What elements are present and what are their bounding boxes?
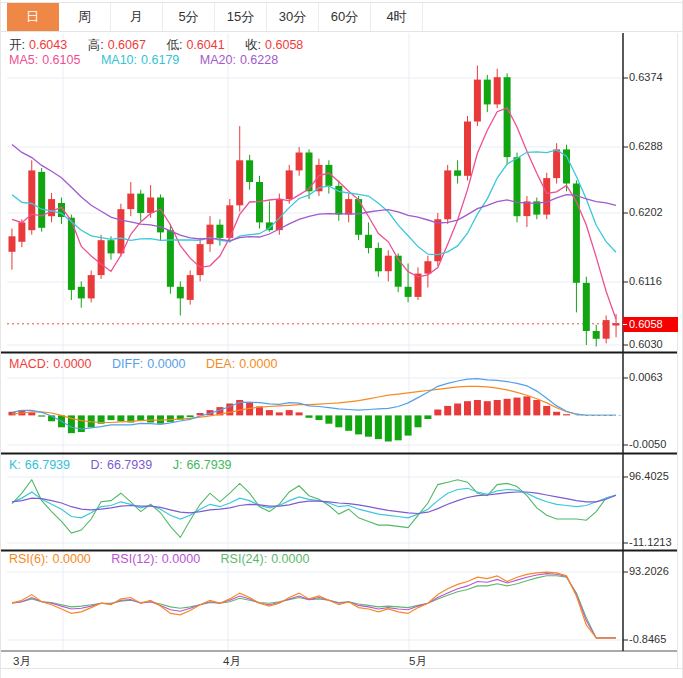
x-axis-label-march: 3月 <box>13 654 31 669</box>
low-value: 0.6041 <box>186 38 224 52</box>
rsi-legend: RSI(6):0.0000 RSI(12):0.0000 RSI(24):0.0… <box>9 552 313 566</box>
d-label: D: <box>90 458 103 472</box>
rsi12-label: RSI(12): <box>111 552 158 566</box>
last-price-value: 0.6058 <box>629 318 663 330</box>
y-axis-label: 0.6288 <box>629 140 663 152</box>
diff-label: DIFF: <box>112 357 143 371</box>
y-axis-label: 0.6030 <box>629 338 663 350</box>
ma5-label: MA5: <box>9 53 38 67</box>
x-axis-label-may: 5月 <box>409 654 427 669</box>
macd-value: 0.0000 <box>53 357 91 371</box>
d-value: 66.7939 <box>107 458 152 472</box>
tab-30min[interactable]: 30分 <box>267 3 319 31</box>
close-label: 收: <box>245 38 261 52</box>
tab-week[interactable]: 周 <box>59 3 111 31</box>
y-axis-label: 0.0063 <box>629 371 663 383</box>
ma10-value: 0.6179 <box>141 53 179 67</box>
timeframe-tabbar: 日 周 月 5分 15分 30分 60分 4时 <box>1 2 683 32</box>
axis-tick-mark <box>623 324 627 325</box>
open-value: 0.6043 <box>29 38 67 52</box>
ma10-label: MA10: <box>101 53 137 67</box>
k-value: 66.7939 <box>25 458 70 472</box>
rsi24-label: RSI(24): <box>221 552 268 566</box>
last-price-badge: 0.6058 <box>623 317 678 332</box>
high-label: 高: <box>88 38 104 52</box>
low-label: 低: <box>166 38 182 52</box>
rsi24-value: 0.0000 <box>271 552 309 566</box>
y-axis-label: 0.6202 <box>629 206 663 218</box>
rsi6-value: 0.0000 <box>53 552 91 566</box>
j-label: J: <box>173 458 183 472</box>
tab-4hour[interactable]: 4时 <box>371 3 423 31</box>
y-axis-label: -0.8465 <box>629 633 666 645</box>
j-value: 66.7939 <box>186 458 231 472</box>
close-value: 0.6058 <box>265 38 303 52</box>
ma-legend: MA5:0.6105 MA10:0.6179 MA20:0.6228 <box>9 53 282 67</box>
y-axis-label: 0.6374 <box>629 71 663 83</box>
tab-15min[interactable]: 15分 <box>215 3 267 31</box>
macd-label: MACD: <box>9 357 49 371</box>
dea-value: 0.0000 <box>239 357 277 371</box>
tab-60min[interactable]: 60分 <box>319 3 371 31</box>
macd-legend: MACD:0.0000 DIFF:0.0000 DEA:0.0000 <box>9 357 281 371</box>
y-axis-label: -0.0050 <box>629 438 666 450</box>
ma5-value: 0.6105 <box>42 53 80 67</box>
kdj-legend: K:66.7939 D:66.7939 J:66.7939 <box>9 458 236 472</box>
k-label: K: <box>9 458 21 472</box>
y-axis-label: -11.1213 <box>629 536 672 548</box>
open-label: 开: <box>9 38 25 52</box>
high-value: 0.6067 <box>108 38 146 52</box>
rsi6-label: RSI(6): <box>9 552 49 566</box>
diff-value: 0.0000 <box>147 357 185 371</box>
y-axis-label: 0.6116 <box>629 275 662 287</box>
ma20-label: MA20: <box>200 53 236 67</box>
dea-label: DEA: <box>206 357 235 371</box>
x-axis-label-april: 4月 <box>223 654 241 669</box>
chart-widget: 日 周 月 5分 15分 30分 60分 4时 开:0.6043 高:0.606… <box>0 0 683 678</box>
tab-month[interactable]: 月 <box>111 3 163 31</box>
rsi12-value: 0.0000 <box>162 552 200 566</box>
ma20-value: 0.6228 <box>240 53 278 67</box>
y-axis-label: 93.2026 <box>629 565 669 577</box>
ohlc-legend: 开:0.6043 高:0.6067 低:0.6041 收:0.6058 <box>9 38 307 52</box>
y-axis-label: 96.4025 <box>629 470 669 482</box>
chart-canvas[interactable] <box>1 0 683 678</box>
tab-5min[interactable]: 5分 <box>163 3 215 31</box>
tab-day[interactable]: 日 <box>7 3 59 31</box>
